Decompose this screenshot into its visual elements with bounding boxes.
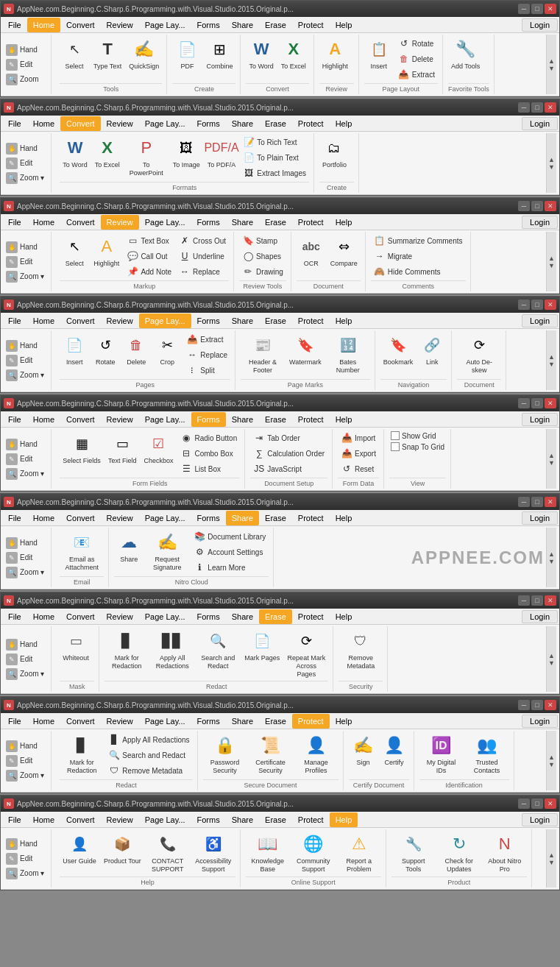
maximize-btn-1[interactable]: □ <box>531 4 543 14</box>
menu-pagelayout-5[interactable]: Page Lay... <box>139 412 191 427</box>
apply-all-redactions-btn-7[interactable]: ▊▊ Apply All Redactions <box>150 628 194 672</box>
menu-file-7[interactable]: File <box>2 609 27 624</box>
menu-protect-3[interactable]: Protect <box>292 215 330 230</box>
minimize-btn-6[interactable]: ─ <box>518 497 530 507</box>
menu-forms-2[interactable]: Forms <box>191 116 226 131</box>
menu-convert-6[interactable]: Convert <box>60 511 101 525</box>
mark-for-redaction-btn-8[interactable]: ▊ Mark for Redaction <box>60 732 104 776</box>
close-btn-3[interactable]: ✕ <box>545 201 556 211</box>
menu-pagelayout-9[interactable]: Page Lay... <box>139 812 191 827</box>
menu-convert-8[interactable]: Convert <box>60 714 101 729</box>
menu-help-6[interactable]: Help <box>330 511 358 525</box>
zoom-tool-6[interactable]: 🔍 Zoom ▾ <box>4 566 46 579</box>
menu-file-1[interactable]: File <box>2 18 27 32</box>
community-support-btn-9[interactable]: 🌐 Community Support <box>291 831 336 875</box>
close-btn-8[interactable]: ✕ <box>545 700 556 710</box>
to-image-btn-2[interactable]: 🖼 To Image <box>170 135 203 171</box>
to-plain-text-btn-2[interactable]: 📄 To Plain Text <box>240 150 309 165</box>
menu-protect-5[interactable]: Protect <box>292 412 330 427</box>
whiteout-btn-7[interactable]: ▭ Whiteout <box>60 628 92 664</box>
menu-review-1[interactable]: Review <box>101 18 139 32</box>
menu-forms-8[interactable]: Forms <box>191 714 226 729</box>
user-guide-btn-9[interactable]: 👤 User Guide <box>60 831 99 867</box>
hand-tool-9[interactable]: ✋ Hand <box>4 837 46 851</box>
menu-help-7[interactable]: Help <box>330 609 358 624</box>
menu-pagelayout-6[interactable]: Page Lay... <box>139 511 191 525</box>
menu-forms-6[interactable]: Forms <box>191 511 226 525</box>
menu-erase-6[interactable]: Erase <box>259 511 292 525</box>
menu-file-5[interactable]: File <box>2 412 27 427</box>
maximize-btn-8[interactable]: □ <box>531 700 543 710</box>
menu-convert-1[interactable]: Convert <box>60 18 101 32</box>
select-btn-3[interactable]: ↖ Select <box>60 233 89 269</box>
zoom-tool-1[interactable]: 🔍 Zoom <box>4 73 46 86</box>
remove-metadata-btn-8[interactable]: 🛡 Remove Metadata <box>105 763 192 778</box>
quicksign-btn-1[interactable]: ✍ QuickSign <box>126 36 162 72</box>
support-tools-btn-9[interactable]: 🔧 Support Tools <box>391 831 436 875</box>
compare-btn-3[interactable]: ⇔ Compare <box>327 233 361 269</box>
menu-review-8[interactable]: Review <box>101 714 139 729</box>
menu-file-8[interactable]: File <box>2 714 27 729</box>
menu-erase-1[interactable]: Erase <box>259 18 292 32</box>
delete-btn-4[interactable]: 🗑 Delete <box>121 332 151 368</box>
hand-tool-7[interactable]: ✋ Hand <box>4 638 46 651</box>
reset-btn-5[interactable]: ↺ Reset <box>338 461 379 476</box>
insert-btn-1[interactable]: 📋 Insert <box>364 36 394 72</box>
menu-pagelayout-2[interactable]: Page Lay... <box>139 116 191 131</box>
login-btn-5[interactable]: Login <box>522 413 558 426</box>
menu-home-2[interactable]: Home <box>27 116 60 131</box>
extract-btn-4[interactable]: 📤 Extract <box>183 332 230 347</box>
to-word-btn-1[interactable]: W To Word <box>246 36 276 72</box>
menu-protect-6[interactable]: Protect <box>292 511 330 525</box>
migrate-btn-3[interactable]: → Migrate <box>371 249 466 263</box>
menu-file-3[interactable]: File <box>2 215 27 230</box>
menu-protect-8[interactable]: Protect <box>292 714 330 729</box>
sign-btn-8[interactable]: ✍ Sign <box>349 732 378 768</box>
close-btn-2[interactable]: ✕ <box>545 102 556 113</box>
edit-tool-7[interactable]: ✎ Edit <box>4 653 46 666</box>
menu-convert-5[interactable]: Convert <box>60 412 101 427</box>
zoom-tool-9[interactable]: 🔍 Zoom ▾ <box>4 867 46 880</box>
repeat-mark-btn-7[interactable]: ⟳ Repeat Mark Across Pages <box>284 628 328 679</box>
document-library-btn-6[interactable]: 📚 Document Library <box>191 529 269 544</box>
menu-home-7[interactable]: Home <box>27 609 60 624</box>
menu-share-5[interactable]: Share <box>226 412 259 427</box>
menu-home-6[interactable]: Home <box>27 511 60 525</box>
check-updates-btn-9[interactable]: ↻ Check for Updates <box>437 831 481 875</box>
scroll-arrow-1[interactable]: ▲▼ <box>546 35 556 94</box>
menu-forms-4[interactable]: Forms <box>191 314 226 328</box>
trusted-contacts-btn-8[interactable]: 👥 Trusted Contacts <box>465 732 509 776</box>
maximize-btn-2[interactable]: □ <box>531 102 543 113</box>
knowledge-base-btn-9[interactable]: 📖 Knowledge Base <box>246 831 290 875</box>
menu-convert-4[interactable]: Convert <box>60 314 101 328</box>
text-field-btn-5[interactable]: ▭ Text Field <box>105 431 140 467</box>
menu-pagelayout-3[interactable]: Page Lay... <box>139 215 191 230</box>
summarize-comments-btn-3[interactable]: 📋 Summarize Comments <box>371 233 466 248</box>
menu-erase-9[interactable]: Erase <box>259 812 292 827</box>
accessibility-support-btn-9[interactable]: ♿ Accessibility Support <box>191 831 235 875</box>
zoom-tool-3[interactable]: 🔍 Zoom ▾ <box>4 270 46 283</box>
to-pdfa-btn-2[interactable]: PDF/A To PDF/A <box>205 135 239 171</box>
combine-btn-1[interactable]: ⊞ Combine <box>203 36 235 72</box>
menu-convert-2[interactable]: Convert <box>60 116 101 131</box>
menu-file-6[interactable]: File <box>2 511 27 525</box>
about-nitro-btn-9[interactable]: N About Nitro Pro <box>483 831 527 875</box>
combo-box-btn-5[interactable]: ⊟ Combo Box <box>177 446 240 461</box>
scroll-arrow-9[interactable]: ▲▼ <box>546 829 556 888</box>
calculation-order-btn-5[interactable]: ∑ Calculation Order <box>250 446 327 461</box>
auto-deskew-btn-4[interactable]: ⟳ Auto De-skew <box>457 332 501 376</box>
menu-review-6[interactable]: Review <box>101 511 139 525</box>
close-btn-4[interactable]: ✕ <box>545 300 556 310</box>
type-text-btn-1[interactable]: T Type Text <box>91 36 124 72</box>
menu-file-4[interactable]: File <box>2 314 27 328</box>
minimize-btn-9[interactable]: ─ <box>518 798 530 809</box>
certify-btn-8[interactable]: 👤 Certify <box>380 732 409 768</box>
menu-forms-9[interactable]: Forms <box>191 812 226 827</box>
menu-review-4[interactable]: Review <box>101 314 139 328</box>
request-signature-btn-6[interactable]: ✍ Request Signature <box>145 529 189 573</box>
product-tour-btn-9[interactable]: 📦 Product Tour <box>101 831 144 867</box>
edit-tool-8[interactable]: ✎ Edit <box>4 754 46 768</box>
menu-erase-4[interactable]: Erase <box>259 314 292 328</box>
menu-protect-4[interactable]: Protect <box>292 314 330 328</box>
minimize-btn-8[interactable]: ─ <box>518 700 530 710</box>
